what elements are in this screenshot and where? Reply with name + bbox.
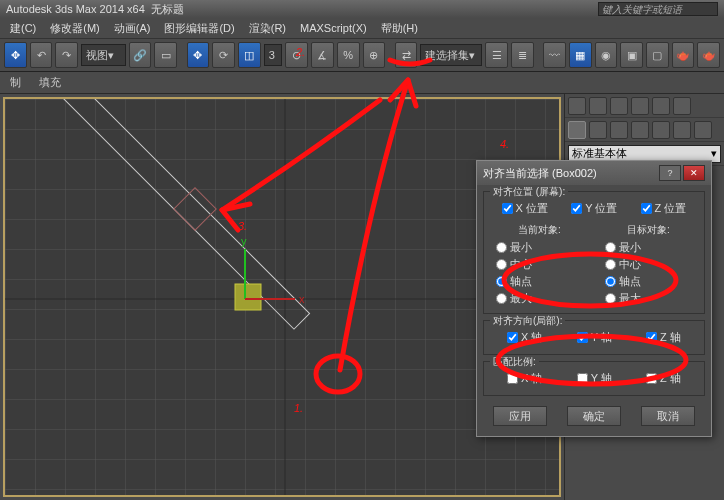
label-current-object: 当前对象: [490,223,589,237]
align-dialog: 对齐当前选择 (Box002) ? ✕ 对齐位置 (屏幕): X 位置 Y 位置… [476,160,712,437]
menu-script[interactable]: MAXScript(X) [294,20,373,36]
tab-create-icon[interactable] [568,97,586,115]
menu-help[interactable]: 帮助(H) [375,19,424,38]
radio-cur-center[interactable]: 中心 [490,256,589,273]
tab-motion-icon[interactable] [631,97,649,115]
app-title: Autodesk 3ds Max 2014 x64 [6,3,145,15]
titlebar: Autodesk 3ds Max 2014 x64 无标题 键入关键字或短语 [0,0,724,18]
link-icon[interactable]: 🔗 [129,42,152,68]
cat-shapes-icon[interactable] [589,121,607,139]
cat-systems-icon[interactable] [694,121,712,139]
help-icon[interactable]: ? [659,165,681,181]
curve-editor-icon[interactable]: 〰 [543,42,566,68]
check-orient-z[interactable]: Z 轴 [646,330,681,345]
menu-render[interactable]: 渲染(R) [243,19,292,38]
ribbon-subbar: 制 填充 [0,72,724,94]
menu-create[interactable]: 建(C) [4,19,42,38]
radio-cur-pivot[interactable]: 轴点 [490,273,589,290]
search-input[interactable]: 键入关键字或短语 [598,2,718,16]
menu-animation[interactable]: 动画(A) [108,19,157,38]
render-icon[interactable]: 🫖 [697,42,720,68]
material-icon[interactable]: ◉ [595,42,618,68]
cat-geometry-icon[interactable] [568,121,586,139]
cat-lights-icon[interactable] [610,121,628,139]
select-move-icon[interactable]: ✥ [4,42,27,68]
select-icon[interactable]: ▭ [154,42,177,68]
snap-toggle-icon[interactable]: ⊕ [363,42,386,68]
spinner[interactable]: 3 [264,44,283,66]
radio-tgt-min[interactable]: 最小 [599,239,698,256]
group-align-position: 对齐位置 (屏幕): X 位置 Y 位置 Z 位置 当前对象: 最小 中心 轴点… [483,191,705,314]
radio-cur-max[interactable]: 最大 [490,290,589,307]
redo-icon[interactable]: ↷ [55,42,78,68]
undo-icon[interactable]: ↶ [30,42,53,68]
named-selection-set[interactable]: 建选择集 ▾ [420,44,482,66]
cat-space-icon[interactable] [673,121,691,139]
svg-rect-4 [235,284,261,310]
svg-text:y: y [241,235,247,247]
snap-icon[interactable]: ⊙ [285,42,308,68]
radio-tgt-max[interactable]: 最大 [599,290,698,307]
tab-hierarchy-icon[interactable] [610,97,628,115]
menu-modify[interactable]: 修改器(M) [44,19,106,38]
check-zpos[interactable]: Z 位置 [641,201,687,216]
scale-icon[interactable]: ◫ [238,42,261,68]
label-target-object: 目标对象: [599,223,698,237]
menu-graph[interactable]: 图形编辑器(D) [158,19,240,38]
ref-coord-dropdown[interactable]: 视图 ▾ [81,44,126,66]
dialog-titlebar[interactable]: 对齐当前选择 (Box002) ? ✕ [477,161,711,185]
check-scale-z[interactable]: Z 轴 [646,371,681,386]
schematic-icon[interactable]: ▦ [569,42,592,68]
percent-snap-icon[interactable]: % [337,42,360,68]
radio-tgt-center[interactable]: 中心 [599,256,698,273]
svg-text:x: x [299,293,305,305]
group-match-scale: 匹配比例: X 轴 Y 轴 Z 轴 [483,361,705,396]
subbar-fill[interactable]: 填充 [39,75,61,90]
radio-tgt-pivot[interactable]: 轴点 [599,273,698,290]
tab-modify-icon[interactable] [589,97,607,115]
move-icon[interactable]: ✥ [187,42,210,68]
dialog-title-text: 对齐当前选择 (Box002) [483,166,597,181]
menubar: 建(C) 修改器(M) 动画(A) 图形编辑器(D) 渲染(R) MAXScri… [0,18,724,38]
check-scale-x[interactable]: X 轴 [507,371,542,386]
ok-button[interactable]: 确定 [567,406,621,426]
check-orient-x[interactable]: X 轴 [507,330,542,345]
check-xpos[interactable]: X 位置 [502,201,548,216]
main-toolbar: ✥ ↶ ↷ 视图 ▾ 🔗 ▭ ✥ ⟳ ◫ 3 ⊙ ∡ % ⊕ ⇄ 建选择集 ▾ … [0,38,724,72]
check-scale-y[interactable]: Y 轴 [577,371,612,386]
cancel-button[interactable]: 取消 [641,406,695,426]
subbar-ctrl[interactable]: 制 [10,75,21,90]
mirror-icon[interactable]: ⇄ [395,42,418,68]
doc-title: 无标题 [151,2,184,17]
radio-cur-min[interactable]: 最小 [490,239,589,256]
layer-icon[interactable]: ≣ [511,42,534,68]
cat-helpers-icon[interactable] [652,121,670,139]
render-frame-icon[interactable]: ▢ [646,42,669,68]
group-align-orientation: 对齐方向(局部): X 轴 Y 轴 Z 轴 [483,320,705,355]
teapot-icon[interactable]: 🫖 [672,42,695,68]
rotate-icon[interactable]: ⟳ [212,42,235,68]
check-ypos[interactable]: Y 位置 [571,201,617,216]
align-icon[interactable]: ☰ [485,42,508,68]
check-orient-y[interactable]: Y 轴 [577,330,612,345]
apply-button[interactable]: 应用 [493,406,547,426]
angle-snap-icon[interactable]: ∡ [311,42,334,68]
cat-cameras-icon[interactable] [631,121,649,139]
render-setup-icon[interactable]: ▣ [620,42,643,68]
close-icon[interactable]: ✕ [683,165,705,181]
tab-display-icon[interactable] [652,97,670,115]
tab-utilities-icon[interactable] [673,97,691,115]
